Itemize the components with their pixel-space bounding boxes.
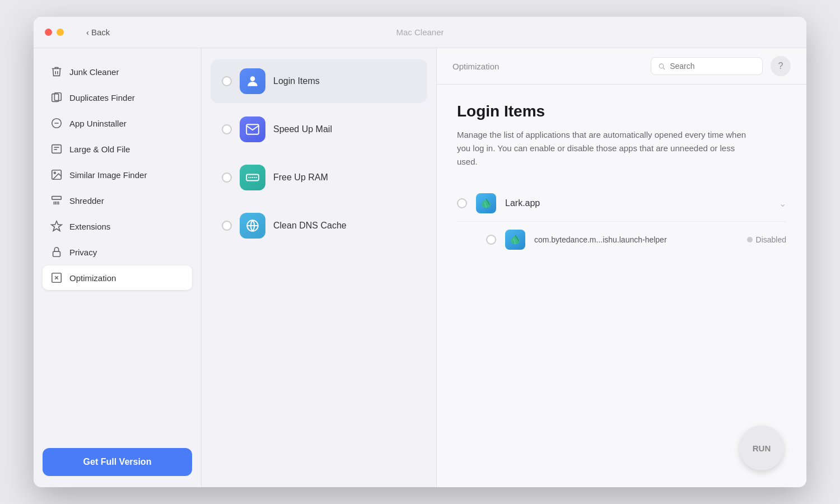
privacy-icon bbox=[50, 246, 63, 258]
shredder-label: Shredder bbox=[69, 196, 104, 206]
junk-cleaner-icon bbox=[50, 66, 63, 78]
disabled-status-dot bbox=[747, 237, 753, 242]
login-items-label: Login Items bbox=[273, 76, 320, 86]
opt-item-speed-up-mail[interactable]: Speed Up Mail bbox=[211, 108, 427, 151]
extensions-label: Extensions bbox=[69, 222, 110, 231]
free-up-ram-icon bbox=[240, 165, 265, 190]
detail-header-title: Optimization bbox=[452, 62, 499, 71]
close-button[interactable] bbox=[45, 29, 52, 36]
lark-expand-chevron-icon[interactable]: ⌄ bbox=[779, 198, 786, 209]
svg-rect-14 bbox=[53, 251, 60, 256]
sidebar-item-privacy[interactable]: Privacy bbox=[43, 240, 192, 264]
free-up-ram-radio[interactable] bbox=[222, 172, 232, 183]
minimize-button[interactable] bbox=[57, 29, 64, 36]
lark-helper-status-badge: Disabled bbox=[747, 235, 786, 244]
detail-panel: Optimization ? Login Items Manage the l bbox=[437, 48, 806, 487]
free-up-ram-label: Free Up RAM bbox=[273, 172, 328, 183]
privacy-label: Privacy bbox=[69, 248, 97, 257]
lark-helper-app-icon bbox=[508, 233, 522, 246]
opt-item-free-up-ram[interactable]: Free Up RAM bbox=[211, 156, 427, 199]
large-old-file-icon bbox=[50, 143, 63, 155]
similar-image-finder-label: Similar Image Finder bbox=[69, 170, 147, 180]
opt-item-login-items[interactable]: Login Items bbox=[211, 59, 427, 103]
extensions-icon bbox=[50, 220, 63, 232]
search-input[interactable] bbox=[670, 62, 755, 71]
run-button[interactable]: RUN bbox=[739, 426, 784, 470]
optimization-icon bbox=[50, 272, 63, 284]
sidebar-item-extensions[interactable]: Extensions bbox=[43, 214, 192, 239]
svg-rect-9 bbox=[52, 197, 62, 200]
junk-cleaner-label: Junk Cleaner bbox=[69, 67, 119, 77]
detail-description: Manage the list of applications that are… bbox=[457, 128, 748, 169]
svg-point-18 bbox=[250, 76, 255, 81]
sidebar-item-duplicates-finder[interactable]: Duplicates Finder bbox=[43, 85, 192, 110]
duplicates-finder-label: Duplicates Finder bbox=[69, 93, 135, 102]
lark-helper-row[interactable]: com.bytedance.m...ishu.launch-helper Dis… bbox=[486, 222, 786, 258]
search-box[interactable] bbox=[651, 57, 763, 75]
opt-item-clean-dns-cache[interactable]: Clean DNS Cache bbox=[211, 204, 427, 248]
optimization-label: Optimization bbox=[69, 273, 116, 283]
clean-dns-cache-icon bbox=[240, 213, 265, 239]
help-button[interactable]: ? bbox=[771, 56, 791, 76]
middle-panel: Login Items Speed Up Mail Free bbox=[202, 48, 437, 487]
back-chevron-icon: ‹ bbox=[86, 27, 89, 37]
back-button[interactable]: ‹ Back bbox=[86, 27, 110, 37]
svg-point-27 bbox=[659, 64, 664, 68]
lark-helper-radio[interactable] bbox=[486, 235, 496, 245]
speed-up-mail-radio[interactable] bbox=[222, 124, 232, 134]
detail-title: Login Items bbox=[457, 102, 786, 120]
sidebar: Junk Cleaner Duplicates Finder App Unins… bbox=[34, 48, 202, 487]
speed-up-mail-label: Speed Up Mail bbox=[273, 124, 332, 134]
similar-image-finder-icon bbox=[50, 169, 63, 181]
lark-icon bbox=[479, 197, 493, 210]
detail-header: Optimization ? bbox=[437, 48, 806, 85]
login-items-radio[interactable] bbox=[222, 76, 232, 86]
sidebar-item-junk-cleaner[interactable]: Junk Cleaner bbox=[43, 59, 192, 84]
login-items-icon bbox=[240, 68, 265, 94]
lark-app-row[interactable]: Lark.app ⌄ bbox=[457, 185, 786, 222]
sidebar-item-similar-image-finder[interactable]: Similar Image Finder bbox=[43, 162, 192, 187]
app-title: Mac Cleaner bbox=[396, 27, 444, 37]
titlebar: Mac Cleaner ‹ Back bbox=[34, 17, 806, 48]
detail-content: Login Items Manage the list of applicati… bbox=[437, 85, 806, 487]
clean-dns-cache-label: Clean DNS Cache bbox=[273, 221, 347, 231]
duplicates-finder-icon bbox=[50, 91, 63, 104]
lark-helper-status-label: Disabled bbox=[756, 235, 786, 244]
sidebar-item-app-uninstaller[interactable]: App Uninstaller bbox=[43, 111, 192, 136]
sidebar-item-optimization[interactable]: Optimization bbox=[43, 265, 192, 290]
detail-wrapper: Optimization ? Login Items Manage the l bbox=[437, 48, 806, 487]
svg-point-8 bbox=[54, 172, 55, 174]
main-layout: Junk Cleaner Duplicates Finder App Unins… bbox=[34, 48, 806, 487]
lark-app-radio[interactable] bbox=[457, 198, 467, 208]
sidebar-item-large-old-file[interactable]: Large & Old File bbox=[43, 137, 192, 161]
clean-dns-cache-radio[interactable] bbox=[222, 221, 232, 231]
lark-app-name: Lark.app bbox=[505, 198, 770, 208]
shredder-icon bbox=[50, 194, 63, 207]
large-old-file-label: Large & Old File bbox=[69, 144, 130, 154]
app-list: Lark.app ⌄ bbox=[457, 185, 786, 258]
lark-app-icon bbox=[476, 193, 496, 213]
svg-line-28 bbox=[663, 67, 665, 69]
get-full-version-button[interactable]: Get Full Version bbox=[43, 448, 192, 476]
app-uninstaller-icon bbox=[50, 117, 63, 129]
app-uninstaller-label: App Uninstaller bbox=[69, 119, 127, 128]
lark-helper-name: com.bytedance.m...ishu.launch-helper bbox=[534, 235, 738, 244]
lark-helper-icon bbox=[505, 230, 525, 250]
speed-up-mail-icon bbox=[240, 116, 265, 142]
sidebar-item-shredder[interactable]: Shredder bbox=[43, 188, 192, 213]
search-icon bbox=[658, 62, 665, 71]
svg-rect-4 bbox=[52, 145, 62, 153]
traffic-lights bbox=[45, 29, 64, 36]
